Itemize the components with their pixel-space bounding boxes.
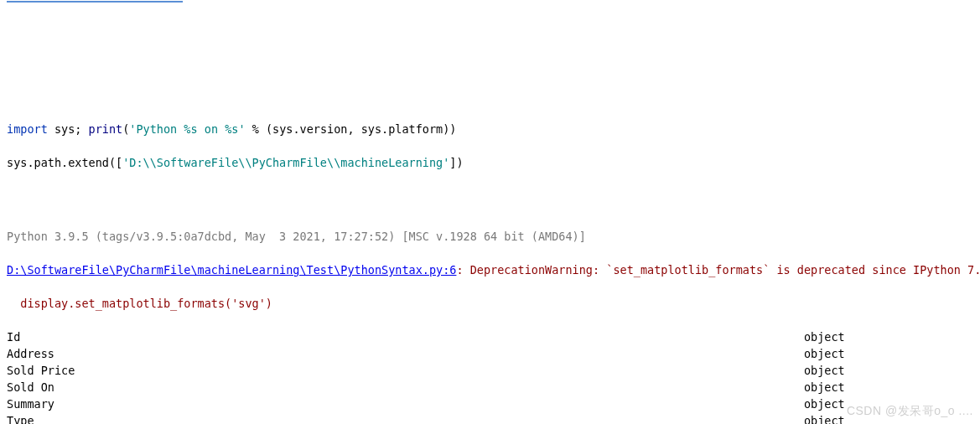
selection-underline xyxy=(7,1,183,3)
deprecation-warning-line: D:\SoftwareFile\PyCharmFile\machineLearn… xyxy=(7,261,973,278)
warning-type: DeprecationWarning xyxy=(470,263,593,277)
python-version-line: Python 3.9.5 (tags/v3.9.5:0a7dcbd, May 3… xyxy=(7,228,973,245)
table-row: Summary object xyxy=(7,396,973,412)
warning-message: : `set_matplotlib_formats` is deprecated… xyxy=(593,263,980,277)
table-row: Address object xyxy=(7,345,973,362)
string-literal: 'D:\\SoftwareFile\\PyCharmFile\\machineL… xyxy=(122,156,449,169)
dtype-table: Id objectAddress xyxy=(7,328,973,424)
code-text: sys.path.extend([ xyxy=(7,156,122,169)
code-line-1: import sys; print('Python %s on %s' % (s… xyxy=(7,121,973,137)
file-link[interactable]: D:\SoftwareFile\PyCharmFile\machineLearn… xyxy=(7,263,456,277)
table-row: Type object xyxy=(7,412,973,424)
table-row: Sold Price object xyxy=(7,362,973,379)
blank-gap xyxy=(7,188,973,211)
code-text: % (sys.version, sys.platform)) xyxy=(246,122,457,136)
code-text: sys; xyxy=(48,122,89,136)
table-row: Sold On object xyxy=(7,379,973,396)
keyword-import: import xyxy=(7,122,48,136)
string-literal: 'Python %s on %s' xyxy=(129,122,245,136)
warning-code-line: display.set_matplotlib_formats('svg') xyxy=(7,295,973,312)
table-row: Id object xyxy=(7,328,973,345)
code-line-2: sys.path.extend(['D:\\SoftwareFile\\PyCh… xyxy=(7,154,973,171)
code-text: ]) xyxy=(449,156,463,169)
builtin-print: print xyxy=(89,122,123,136)
warn-separator: : xyxy=(456,263,469,277)
console-output: import sys; print('Python %s on %s' % (s… xyxy=(0,101,980,424)
